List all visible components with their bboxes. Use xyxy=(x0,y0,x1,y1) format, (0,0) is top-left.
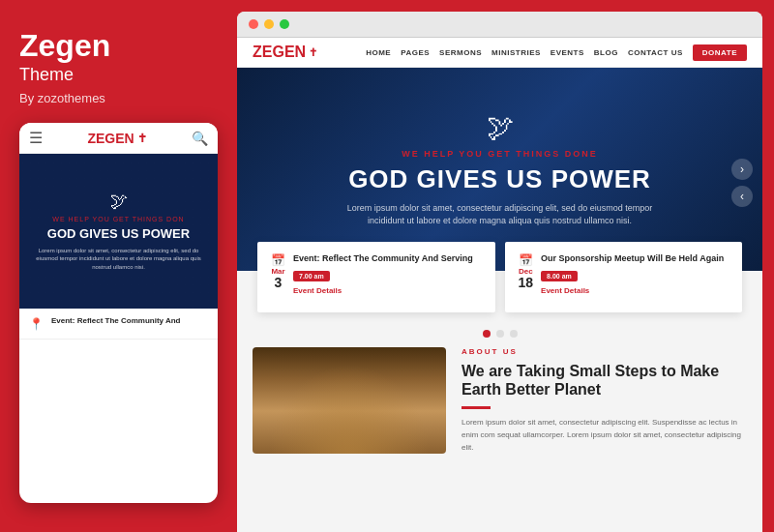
browser-maximize-dot[interactable] xyxy=(280,19,289,29)
hero-next-arrow[interactable]: › xyxy=(731,159,753,180)
about-divider xyxy=(461,406,491,409)
mobile-hamburger-icon[interactable]: ☰ xyxy=(29,129,43,147)
hero-prev-arrow[interactable]: ‹ xyxy=(731,186,753,207)
left-panel: Zegen Theme By zozothemes ☰ ZEGEN ✝ 🔍 🕊 … xyxy=(0,0,237,532)
mobile-event-card: 📍 Event: Reflect The Community And xyxy=(19,309,218,340)
site-hero: 🕊 WE HELP YOU GET THINGS DONE GOD GIVES … xyxy=(237,68,762,271)
mobile-logo: ZEGEN ✝ xyxy=(87,131,146,146)
event-2-details-link[interactable]: Event Details xyxy=(541,286,724,295)
hero-dove-icon: 🕊 xyxy=(345,111,655,143)
mobile-top-bar: ☰ ZEGEN ✝ 🔍 xyxy=(19,123,218,154)
site-logo: ZEGEN ✝ xyxy=(253,44,317,61)
event-2-calendar-icon: 📅 xyxy=(519,253,534,267)
slider-dot-2[interactable] xyxy=(496,330,504,338)
mobile-dove-icon: 🕊 xyxy=(110,192,128,212)
browser-minimize-dot[interactable] xyxy=(264,19,274,29)
event-1-calendar-icon: 📅 xyxy=(271,253,285,267)
browser-chrome xyxy=(237,12,762,38)
about-content: ABOUT US We are Taking Small Steps to Ma… xyxy=(461,347,747,455)
slider-dot-1[interactable] xyxy=(483,330,491,338)
nav-pages[interactable]: PAGES xyxy=(401,48,430,57)
nav-events[interactable]: EVENTS xyxy=(551,48,584,57)
about-section: ABOUT US We are Taking Small Steps to Ma… xyxy=(237,347,762,470)
nav-links: HOME PAGES SERMONS MINISTRIES EVENTS BLO… xyxy=(366,44,747,61)
theme-subtitle: Theme xyxy=(19,65,218,85)
nav-home[interactable]: HOME xyxy=(366,48,391,57)
theme-by: By zozothemes xyxy=(19,91,218,105)
mobile-mockup: ☰ ZEGEN ✝ 🔍 🕊 WE HELP YOU GET THINGS DON… xyxy=(19,123,218,503)
event-1-details-link[interactable]: Event Details xyxy=(293,286,473,295)
slider-dots xyxy=(237,330,762,338)
events-row: 📅 Mar 3 Event: Reflect The Community And… xyxy=(237,242,762,312)
site-cross-icon: ✝ xyxy=(309,46,317,59)
nav-sermons[interactable]: SERMONS xyxy=(439,48,482,57)
mobile-event-location-icon: 📍 xyxy=(29,317,44,331)
slider-dot-3[interactable] xyxy=(510,330,518,338)
browser-close-dot[interactable] xyxy=(249,19,258,29)
theme-title: Zegen xyxy=(19,29,218,63)
donate-button[interactable]: DONATE xyxy=(693,44,747,61)
right-panel: ZEGEN ✝ HOME PAGES SERMONS MINISTRIES EV… xyxy=(237,12,762,532)
mobile-cross-icon: ✝ xyxy=(137,132,147,145)
mobile-search-icon[interactable]: 🔍 xyxy=(192,131,208,146)
hero-content: 🕊 WE HELP YOU GET THINGS DONE GOD GIVES … xyxy=(345,111,655,228)
church-image xyxy=(253,347,446,454)
nav-ministries[interactable]: MINISTRIES xyxy=(491,48,541,57)
site-nav: ZEGEN ✝ HOME PAGES SERMONS MINISTRIES EV… xyxy=(237,38,762,68)
event-card-1: 📅 Mar 3 Event: Reflect The Community And… xyxy=(257,242,495,312)
nav-contact[interactable]: CONTACT US xyxy=(628,48,683,57)
event-card-2: 📅 Dec 18 Our Sponsorship Meetup Will Be … xyxy=(505,242,743,312)
about-image xyxy=(253,347,446,454)
nav-blog[interactable]: BLOG xyxy=(594,48,618,57)
mobile-hero: 🕊 WE HELP YOU GET THINGS DON GOD GIVES U… xyxy=(19,154,218,309)
